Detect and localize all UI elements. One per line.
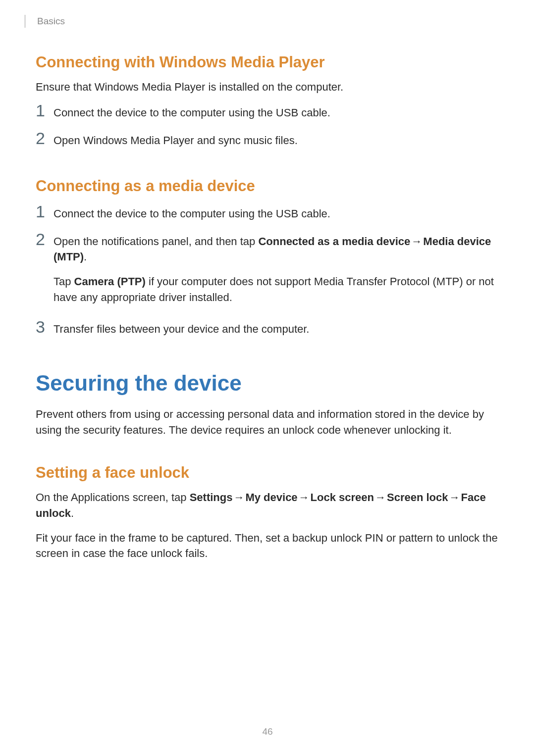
intro-securing: Prevent others from using or accessing p… [36, 406, 499, 438]
step-number: 2 [36, 130, 54, 147]
face-unlock-instructions: Fit your face in the frame to be capture… [36, 530, 499, 562]
step-number: 1 [36, 203, 54, 220]
list-item: 2 Open the notifications panel, and then… [36, 233, 499, 306]
step-text: Connect the device to the computer using… [54, 205, 499, 222]
step-text: Connect the device to the computer using… [54, 104, 499, 121]
sub-paragraph: Tap Camera (PTP) if your computer does n… [54, 274, 499, 305]
heading-securing: Securing the device [36, 371, 499, 396]
intro-wmp: Ensure that Windows Media Player is inst… [36, 79, 499, 95]
list-item: 1 Connect the device to the computer usi… [36, 104, 499, 121]
face-unlock-path: On the Applications screen, tap Settings… [36, 490, 499, 521]
step-number: 2 [36, 231, 54, 248]
arrow-icon: → [375, 490, 386, 505]
steps-wmp: 1 Connect the device to the computer usi… [36, 104, 499, 149]
bold-text: My device [245, 491, 297, 504]
page-number: 46 [0, 726, 535, 737]
steps-media: 1 Connect the device to the computer usi… [36, 205, 499, 337]
text-segment: On the Applications screen, tap [36, 491, 190, 504]
list-item: 2 Open Windows Media Player and sync mus… [36, 132, 499, 149]
step-number: 3 [36, 318, 54, 335]
heading-connecting-media: Connecting as a media device [36, 177, 499, 195]
arrow-icon: → [233, 490, 244, 505]
step-text: Transfer files between your device and t… [54, 320, 499, 337]
breadcrumb-text: Basics [37, 16, 65, 27]
text-segment: . [84, 251, 87, 263]
breadcrumb: Basics [25, 15, 65, 28]
heading-connecting-wmp: Connecting with Windows Media Player [36, 53, 499, 71]
text-segment: Open the notifications panel, and then t… [54, 235, 258, 248]
arrow-icon: → [449, 490, 460, 505]
bold-text: Camera (PTP) [74, 275, 146, 288]
bold-text: Settings [190, 491, 233, 504]
step-number: 1 [36, 102, 54, 119]
step-text: Open Windows Media Player and sync music… [54, 132, 499, 149]
text-segment: Tap [54, 275, 74, 288]
list-item: 3 Transfer files between your device and… [36, 320, 499, 337]
heading-face-unlock: Setting a face unlock [36, 464, 499, 482]
bold-text: Connected as a media device [258, 235, 410, 248]
arrow-icon: → [411, 234, 422, 250]
list-item: 1 Connect the device to the computer usi… [36, 205, 499, 222]
step-text: Open the notifications panel, and then t… [54, 233, 499, 306]
text-segment: . [71, 507, 74, 519]
bold-text: Lock screen [311, 491, 374, 504]
bold-text: Screen lock [387, 491, 448, 504]
page-content: Connecting with Windows Media Player Ens… [0, 0, 535, 561]
arrow-icon: → [299, 490, 310, 505]
